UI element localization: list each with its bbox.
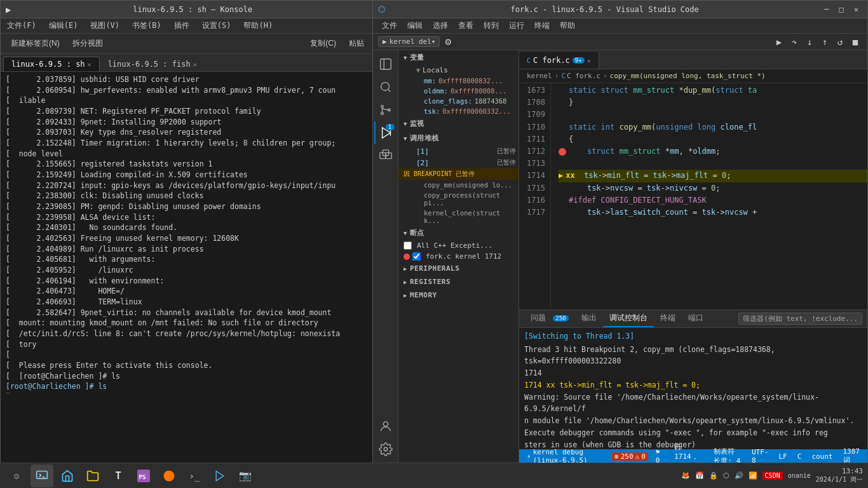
line-endings-item[interactable]: LF [776,452,790,461]
variables-section[interactable]: ▼ 变量 [398,50,519,65]
kernel-debug-dropdown[interactable]: ▶ kernel del▾ [378,36,440,47]
taskbar-phpstorm-icon[interactable]: PS [132,464,155,487]
step-over-button[interactable]: ↷ [787,35,801,49]
panel-tab-output[interactable]: 输出 [575,310,603,327]
panel-tab-terminal[interactable]: 终端 [654,310,682,327]
menu-edit[interactable]: 编辑(E) [45,19,82,32]
split-view-button[interactable]: 拆分视图 [67,37,108,50]
maximize-button[interactable]: □ [836,5,848,14]
menu-help[interactable]: 帮助(H) [240,19,276,32]
taskbar-terminal-icon[interactable]: ›_ [183,464,206,487]
callstack-section[interactable]: ▼ 调用堆栈 [398,131,519,146]
editor-tab-fork-c[interactable]: C C fork.c 9+ ✕ [519,52,599,69]
copy-button[interactable]: 复制(C) [305,37,341,50]
explorer-icon[interactable] [374,53,397,76]
watch-section[interactable]: ▼ 监视 [398,116,519,131]
taskbar-typora-icon[interactable]: T [107,464,130,487]
code-line: tsk->last_switch_count = tsk->nvcsw + [559,207,867,219]
step-out-button[interactable]: ↑ [818,35,832,49]
callstack-fn-kernel-clone[interactable]: kernel_clone(struct k... [398,208,519,226]
count-item[interactable]: count [809,452,835,461]
peripherals-section[interactable]: ▶ PERIPHERALS [398,262,519,275]
debug-status-item[interactable]: ⚡ kernel debug (linux-6.9.5) [524,448,607,463]
menu-help[interactable]: 帮助 [556,19,579,32]
vscode-main: C C fork.c 9+ ✕ kernel › C C fork.c › co… [519,50,867,463]
panel-tab-ports[interactable]: 端口 [682,310,710,327]
debug-output-line: n module file '/home/Charliechen/Works/o… [524,415,862,427]
restart-button[interactable]: ↺ [833,35,847,49]
menu-file[interactable]: 文件(F) [3,19,40,32]
code-editor[interactable]: 1673170817091710171117121713171417151716… [519,83,867,309]
var-oldmm[interactable]: oldmm: 0xffff80008... [398,86,519,96]
var-clone-flags[interactable]: clone_flags: 18874368 [398,96,519,106]
minimize-button[interactable]: ─ [820,5,832,14]
step-into-button[interactable]: ↓ [803,35,817,49]
taskbar-konsole-icon[interactable] [31,464,53,487]
continue-button[interactable]: ▶ [772,35,786,49]
menu-view[interactable]: 视图(V) [86,19,123,32]
word-count-item: 1387 词 [841,447,863,463]
paste-button[interactable]: 粘贴 [344,37,369,50]
menu-goto[interactable]: 转到 [480,19,503,32]
menu-view[interactable]: 查看 [454,19,477,32]
extensions-icon[interactable] [374,144,397,167]
new-tab-button[interactable]: 新建标签页(N) [6,37,65,50]
taskbar-store-icon[interactable] [56,464,79,487]
all-cpp-checkbox[interactable] [403,241,412,250]
panel-filter-input[interactable]: 筛选器(例如 text, !exclude... [738,313,862,325]
debug-settings-icon[interactable]: ⚙ [445,36,451,48]
menu-edit[interactable]: 编辑 [403,19,426,32]
start-icon[interactable]: ⚙ [5,464,28,487]
fork-c-checkbox[interactable] [412,252,421,261]
breakpoint-all-cpp[interactable]: All C++ Excepti... [398,240,519,251]
taskbar-files-icon[interactable] [81,464,104,487]
line-number: 1716 [519,194,545,207]
settings-icon[interactable] [374,438,397,461]
callstack-fn-copy-process[interactable]: copy_process(struct pi... [398,190,519,208]
line-numbers: 1673170817091710171117121713171417151716… [519,83,551,309]
taskbar-camera-icon[interactable]: 📷 [234,464,257,487]
callstack-frame-2[interactable]: [2] 已暂停 [398,157,519,168]
var-tsk[interactable]: tsk: 0xffff00000332... [398,106,519,116]
close-tab-fish-icon[interactable]: ✕ [193,61,197,68]
menu-plugins[interactable]: 插件 [170,19,193,32]
callstack-fn-copy-mm[interactable]: copy_mm(unsigned lo... [398,180,519,190]
menu-file[interactable]: 文件 [378,19,401,32]
panel-tab-problems[interactable]: 问题 250 [524,310,575,327]
konsole-tab-sh[interactable]: linux-6.9.5 : sh ✕ [3,57,100,71]
language-item[interactable]: C [795,452,804,461]
var-mm[interactable]: mm: 0xffff8000832... [398,76,519,86]
debug-console-content[interactable]: [Switching to Thread 1.3]Thread 3 hit Br… [519,328,867,449]
position-item[interactable]: 行 1714，列 1 [672,442,706,464]
konsole-tab-fish[interactable]: linux-6.9.5 : fish ✕ [100,57,205,71]
menu-settings[interactable]: 设置(S) [198,19,235,32]
stop-button[interactable]: ■ [848,35,862,49]
menu-run[interactable]: 运行 [505,19,528,32]
breakpoints-section[interactable]: ▼ 断点 [398,226,519,240]
account-icon[interactable] [374,415,397,438]
errors-item[interactable]: ⊗ 250 ⚠ 0 [612,452,648,461]
source-control-icon[interactable] [374,98,397,121]
taskbar-vscode-icon[interactable] [208,464,231,487]
panel-tab-debug-console[interactable]: 调试控制台 [603,310,654,327]
konsole-content[interactable]: [ 2.037859] usbhid: USB HID core driver[… [1,72,374,463]
run-debug-icon[interactable]: 1 [374,121,397,144]
git-item[interactable]: ⚑ 0 [653,448,667,463]
close-tab-icon[interactable]: ✕ [587,57,591,64]
registers-section[interactable]: ▶ REGISTERS [398,275,519,288]
menu-terminal[interactable]: 终端 [531,19,553,32]
menu-bookmarks[interactable]: 书签(B) [128,19,165,32]
memory-section[interactable]: ▶ MEMORY [398,288,519,302]
taskbar-firefox-icon[interactable] [158,464,180,487]
close-tab-sh-icon[interactable]: ✕ [88,61,92,68]
encoding-item[interactable]: UTF-8 [749,448,771,463]
indent-item[interactable]: 制表符长度: 4 [711,447,744,463]
locals-header[interactable]: ▼ Locals [398,65,519,76]
code-area[interactable]: static struct mm_struct *dup_mm(struct t… [551,83,867,309]
terminal-cursor[interactable]: █ [6,392,369,403]
search-icon[interactable] [374,76,397,98]
menu-select[interactable]: 选择 [429,19,452,32]
breakpoint-fork-c[interactable]: fork.c kernel 1712 [398,251,519,262]
callstack-frame-1[interactable]: [1] 已暂停 [398,146,519,157]
close-button[interactable]: ✕ [850,5,862,14]
